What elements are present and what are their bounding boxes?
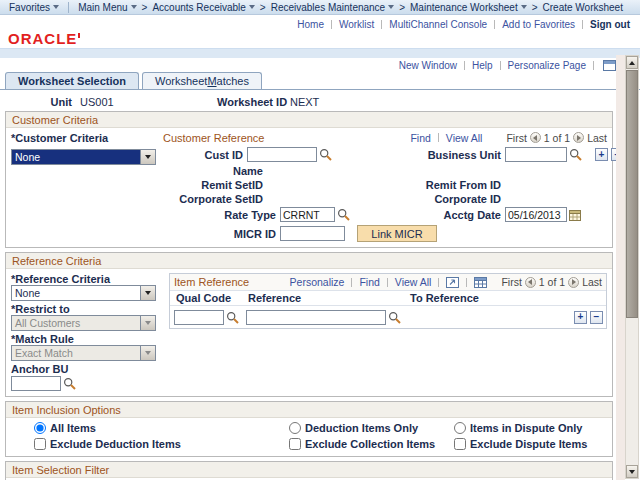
tab-bar: Worksheet Selection Worksheet Matches (0, 71, 640, 90)
customer-criteria-select[interactable]: None (11, 149, 156, 165)
customer-reference-title: Customer Reference (163, 132, 265, 144)
breadcrumb-receivables-maintenance[interactable]: Receivables Maintenance (271, 2, 395, 13)
dropdown-arrow-icon (140, 346, 155, 360)
chevron-down-icon (521, 5, 527, 9)
dropdown-arrow-icon[interactable] (140, 286, 155, 300)
acctg-date-input[interactable] (505, 207, 567, 222)
link-micr-button[interactable]: Link MICR (357, 225, 437, 242)
reference-criteria-label: *Reference Criteria (11, 273, 169, 285)
new-window-link[interactable]: New Window (399, 60, 457, 71)
lookup-icon[interactable] (388, 311, 401, 324)
anchor-bu-input[interactable] (11, 376, 61, 391)
items-in-dispute-only-radio[interactable] (454, 422, 466, 434)
breadcrumb-maintenance-worksheet[interactable]: Maintenance Worksheet (410, 2, 527, 13)
divider (331, 20, 332, 29)
home-link[interactable]: Home (297, 19, 324, 30)
micr-id-input[interactable] (280, 226, 345, 241)
anchor-bu-label: Anchor BU (11, 363, 169, 375)
delete-row-button[interactable]: − (590, 311, 603, 324)
business-unit-input[interactable] (505, 147, 567, 162)
calendar-icon[interactable] (569, 209, 581, 221)
acctg-date-label: Acctg Date (333, 209, 501, 221)
help-link[interactable]: Help (472, 60, 493, 71)
row-count: 1 of 1 (544, 132, 570, 144)
qual-code-input[interactable] (174, 310, 224, 325)
scrollbar-thumb[interactable] (626, 70, 638, 318)
first-label: First (501, 276, 521, 288)
chevron-down-icon (131, 5, 137, 9)
breadcrumb-main-menu[interactable]: Main Menu (78, 2, 136, 13)
find-link[interactable]: Find (359, 276, 379, 288)
items-in-dispute-only-label: Items in Dispute Only (470, 422, 582, 434)
tab-worksheet-matches[interactable]: Worksheet Matches (142, 72, 262, 89)
column-header-to-reference: To Reference (410, 292, 606, 304)
next-row-icon[interactable] (573, 132, 584, 143)
name-label: Name (163, 165, 263, 177)
personalize-link[interactable]: Personalize (290, 276, 345, 288)
divider (593, 61, 594, 70)
tab-worksheet-selection[interactable]: Worksheet Selection (5, 72, 139, 89)
remit-from-id-label: Remit From ID (333, 179, 501, 191)
table-row: + − (170, 306, 606, 328)
item-selection-filter-title: Item Selection Filter (6, 462, 612, 478)
cust-id-input[interactable] (247, 147, 317, 162)
add-to-favorites-link[interactable]: Add to Favorites (502, 19, 575, 30)
crumb-separator: > (142, 2, 148, 13)
breadcrumb-favorites[interactable]: Favorites (9, 2, 59, 13)
item-reference-title: Item Reference (174, 276, 249, 288)
find-link[interactable]: Find (410, 132, 430, 144)
exclude-deduction-items-checkbox[interactable] (34, 438, 46, 450)
reference-criteria-select[interactable]: None (11, 285, 156, 301)
breadcrumb-accounts-receivable[interactable]: Accounts Receivable (152, 2, 254, 13)
scroll-down-button[interactable] (626, 465, 638, 478)
business-unit-label: Business Unit (333, 149, 501, 161)
micr-id-label: MICR ID (163, 228, 276, 240)
view-all-link[interactable]: View All (395, 276, 432, 288)
next-row-icon[interactable] (568, 277, 579, 288)
reference-input[interactable] (246, 310, 386, 325)
worksheet-id-value: NEXT (290, 96, 319, 108)
exclude-dispute-items-checkbox[interactable] (454, 438, 466, 450)
download-to-excel-icon[interactable] (446, 277, 459, 288)
all-items-radio[interactable] (34, 422, 46, 434)
reference-criteria-groupbox: Reference Criteria *Reference Criteria N… (5, 252, 613, 397)
crumb-separator: > (260, 2, 266, 13)
divider (582, 20, 583, 29)
view-all-link[interactable]: View All (446, 132, 483, 144)
previous-row-icon[interactable] (530, 132, 541, 143)
grid-view-icon[interactable] (474, 277, 487, 288)
multichannel-console-link[interactable]: MultiChannel Console (389, 19, 487, 30)
rate-type-input[interactable] (280, 207, 335, 222)
exclude-collection-items-checkbox[interactable] (289, 438, 301, 450)
lookup-icon[interactable] (319, 148, 332, 161)
sign-out-link[interactable]: Sign out (590, 19, 630, 30)
dropdown-arrow-icon (140, 316, 155, 330)
dropdown-arrow-icon[interactable] (140, 150, 155, 164)
http-window-icon[interactable] (603, 60, 616, 71)
previous-row-icon[interactable] (525, 277, 536, 288)
restrict-to-label: *Restrict to (11, 303, 169, 315)
deduction-items-only-radio[interactable] (289, 422, 301, 434)
lookup-icon[interactable] (63, 377, 76, 390)
lookup-icon[interactable] (569, 148, 582, 161)
portal-header: Home Worklist MultiChannel Console Add t… (0, 15, 640, 30)
exclude-dispute-items-label: Exclude Dispute Items (470, 438, 587, 450)
item-inclusion-title: Item Inclusion Options (6, 402, 612, 418)
divider (466, 278, 467, 287)
divider (381, 20, 382, 29)
chevron-down-icon (388, 5, 394, 9)
vertical-scrollbar[interactable] (625, 55, 639, 479)
divider (438, 278, 439, 287)
divider (494, 20, 495, 29)
page-right-margin (616, 55, 625, 480)
scroll-up-button[interactable] (626, 56, 638, 69)
worklist-link[interactable]: Worklist (339, 19, 374, 30)
breadcrumb-create-worksheet[interactable]: Create Worksheet (543, 2, 623, 13)
add-row-button[interactable]: + (574, 311, 587, 324)
personalize-page-link[interactable]: Personalize Page (508, 60, 586, 71)
add-row-button[interactable]: + (595, 148, 608, 161)
last-label: Last (582, 276, 602, 288)
first-label: First (506, 132, 526, 144)
lookup-icon[interactable] (226, 311, 239, 324)
rate-type-label: Rate Type (163, 209, 276, 221)
